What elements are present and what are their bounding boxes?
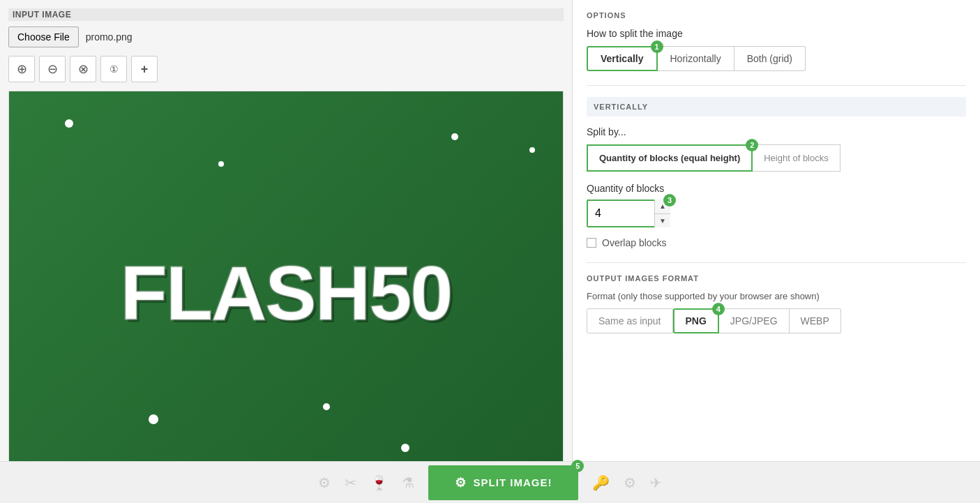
choose-file-button[interactable]: Choose File <box>8 27 79 47</box>
file-row: Choose File promo.png <box>8 27 564 47</box>
format-label: Format (only those supported by your bro… <box>587 291 966 301</box>
deco-icon-6: ⚙ <box>624 474 636 491</box>
format-options: Same as input PNG 4 JPG/JPEG WEBP <box>587 308 966 333</box>
step-1-badge: 1 <box>651 40 663 53</box>
zoom-custom-button[interactable]: + <box>131 56 158 82</box>
dot <box>218 161 224 167</box>
format-webp-button[interactable]: WEBP <box>790 308 841 333</box>
gear-icon: ⚙ <box>455 475 467 490</box>
step-4-badge: 4 <box>712 303 725 315</box>
split-grid-button[interactable]: Both (grid) <box>734 46 806 71</box>
zoom-controls: ⊕ ⊖ ⊗ ① + <box>8 56 564 82</box>
image-text: FLASH50 <box>121 248 452 337</box>
zoom-out-button[interactable]: ⊖ <box>39 56 66 82</box>
right-panel: OPTIONS How to split the image Verticall… <box>572 0 980 503</box>
input-image-label: INPUT IMAGE <box>8 8 564 21</box>
file-name: promo.png <box>86 31 133 43</box>
vertically-section: VERTICALLY <box>587 97 966 117</box>
split-by-height-button[interactable]: Height of blocks <box>753 144 840 172</box>
split-by-quantity-button[interactable]: Quantity of blocks (equal height) <box>587 144 753 172</box>
vertically-wrapper: Vertically 1 <box>587 46 658 71</box>
split-by-label: Split by... <box>587 126 966 137</box>
split-horizontally-button[interactable]: Horizontally <box>658 46 734 71</box>
quantity-input-wrapper: ▲ ▼ 3 <box>587 200 670 227</box>
dot <box>451 133 458 140</box>
zoom-reset-button[interactable]: ⊗ <box>70 56 96 82</box>
output-section: OUTPUT IMAGES FORMAT Format (only those … <box>587 274 966 333</box>
how-to-split-label: How to split the image <box>587 28 966 39</box>
format-png-button[interactable]: PNG <box>673 308 719 333</box>
quantity-label: Quantity of blocks <box>587 183 966 194</box>
deco-icon-3: 🍷 <box>370 474 388 491</box>
deco-icon-1: ⚙ <box>318 474 331 491</box>
step-5-badge: 5 <box>571 460 584 472</box>
png-wrapper: PNG 4 <box>673 308 719 333</box>
split-button-wrapper: ⚙ SPLIT IMAGE! 5 <box>428 465 579 500</box>
overlap-checkbox[interactable] <box>587 238 596 248</box>
dot <box>401 444 409 452</box>
zoom-in-button[interactable]: ⊕ <box>8 56 35 82</box>
spinner-down-button[interactable]: ▼ <box>655 214 670 228</box>
deco-left: ⚙ ✂ 🍷 ⚗ <box>318 474 414 491</box>
dot <box>149 414 158 424</box>
format-same-as-input-button[interactable]: Same as input <box>587 308 673 333</box>
divider-1 <box>587 85 966 86</box>
left-panel: INPUT IMAGE Choose File promo.png ⊕ ⊖ ⊗ … <box>0 0 572 503</box>
overlap-row: Overlap blocks <box>587 237 966 248</box>
vertically-label: VERTICALLY <box>594 103 959 111</box>
overlap-label: Overlap blocks <box>602 237 667 248</box>
options-header: OPTIONS <box>587 11 966 20</box>
deco-icon-5: 🔑 <box>592 474 610 491</box>
deco-right: 🔑 ⚙ ✈ <box>592 474 662 491</box>
dot <box>65 119 73 128</box>
format-jpg-button[interactable]: JPG/JPEG <box>719 308 790 333</box>
divider-2 <box>587 262 966 263</box>
split-by-options: Quantity of blocks (equal height) 2 Heig… <box>587 144 966 172</box>
image-preview: FLASH50 <box>9 91 563 494</box>
step-3-badge: 3 <box>663 194 676 207</box>
deco-icon-4: ⚗ <box>402 474 414 491</box>
deco-icon-2: ✂ <box>345 474 356 491</box>
bottom-bar: ⚙ ✂ 🍷 ⚗ ⚙ SPLIT IMAGE! 5 🔑 ⚙ ✈ <box>0 461 980 503</box>
quantity-wrapper: ▲ ▼ 3 <box>587 200 670 227</box>
zoom-fit-button[interactable]: ① <box>100 56 127 82</box>
output-header: OUTPUT IMAGES FORMAT <box>587 274 966 283</box>
split-image-label: SPLIT IMAGE! <box>474 476 552 488</box>
split-image-button[interactable]: ⚙ SPLIT IMAGE! <box>428 465 579 500</box>
quantity-blocks-wrapper: Quantity of blocks (equal height) 2 <box>587 144 753 172</box>
split-options: Vertically 1 Horizontally Both (grid) <box>587 46 966 71</box>
split-vertically-button[interactable]: Vertically <box>587 46 658 71</box>
deco-icon-7: ✈ <box>650 474 662 491</box>
dot <box>529 147 535 153</box>
dot <box>323 403 330 410</box>
image-container: FLASH50 <box>8 91 564 495</box>
